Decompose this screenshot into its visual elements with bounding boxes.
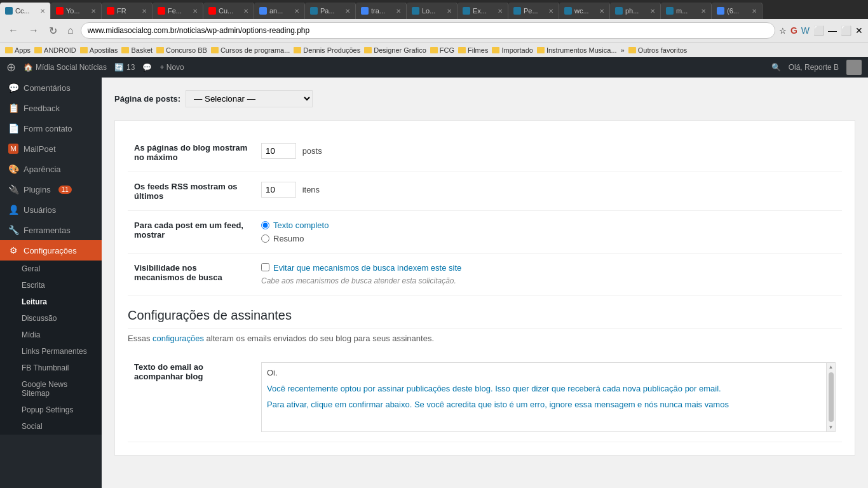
submenu-popup[interactable]: Popup Settings (0, 402, 102, 418)
tab-close[interactable]: ✕ (243, 8, 248, 15)
tab-close[interactable]: ✕ (142, 8, 147, 15)
maximize-btn[interactable]: ⬜ (841, 25, 851, 36)
sidebar-item-configuracoes[interactable]: ⚙ Configurações (0, 240, 102, 261)
bookmark-cursos[interactable]: Cursos de programa... (211, 46, 290, 54)
bookmark-bar: Apps ANDROID Apostilas Basket Concurso B… (0, 42, 868, 57)
active-tab[interactable]: Cc... ✕ (0, 3, 51, 19)
posts-max-input[interactable] (261, 143, 296, 159)
textarea-scrollbar[interactable]: ▲ ▼ (826, 363, 835, 431)
tab-6[interactable]: (6...✕ (712, 3, 763, 19)
bookmark-more[interactable]: » (621, 46, 625, 54)
visibility-checkbox-label[interactable]: Evitar que mecanismos de busca indexem e… (273, 263, 461, 273)
sidebar-item-mailpoet[interactable]: M MailPoet (0, 139, 102, 159)
sidebar-item-usuarios[interactable]: 👤 Usuários (0, 200, 102, 220)
bookmark-basket[interactable]: Basket (121, 46, 153, 54)
bookmark-outros[interactable]: Outros favoritos (628, 46, 688, 54)
sidebar-item-formcontato[interactable]: 📄 Form contato (0, 118, 102, 139)
topbar-new[interactable]: + Novo (159, 63, 184, 72)
tab-tra[interactable]: tra...✕ (356, 3, 407, 19)
tab-close[interactable]: ✕ (752, 8, 757, 15)
sidebar-item-plugins[interactable]: 🔌 Plugins 11 (0, 179, 102, 200)
topbar-comments[interactable]: 💬 (142, 63, 152, 72)
bookmark-importado[interactable]: Importado (492, 46, 533, 54)
bookmark-android[interactable]: ANDROID (34, 46, 76, 54)
radio-resumo[interactable]: Resumo (261, 234, 836, 243)
bookmark-instrumentos[interactable]: Instrumentos Musica... (537, 46, 617, 54)
minimize-btn[interactable]: — (828, 25, 837, 36)
bookmark-designer[interactable]: Designer Grafico (364, 46, 426, 54)
tab-wc[interactable]: wc...✕ (559, 3, 610, 19)
tab-close[interactable]: ✕ (650, 8, 655, 15)
tab-yo[interactable]: Yo...✕ (51, 3, 102, 19)
tab-pe[interactable]: Pe...✕ (508, 3, 559, 19)
submenu-midia[interactable]: Mídia (0, 327, 102, 343)
bookmark-apostilas[interactable]: Apostilas (80, 46, 118, 54)
topbar-greeting[interactable]: Olá, Reporte B (789, 63, 839, 72)
tab-close[interactable]: ✕ (701, 8, 706, 15)
tab-fe[interactable]: Fe...✕ (153, 3, 203, 19)
submenu-fb-thumbnail[interactable]: FB Thumbnail (0, 360, 102, 376)
page-de-posts-select[interactable]: — Selecionar — (186, 90, 313, 107)
submenu-escrita[interactable]: Escrita (0, 277, 102, 294)
topbar-home[interactable]: 🏠 Mídia Social Notícias (24, 63, 107, 72)
topbar-updates[interactable]: 🔄 13 (114, 63, 135, 72)
tab-m[interactable]: m...✕ (661, 3, 712, 19)
tab-ex[interactable]: Ex...✕ (458, 3, 508, 19)
tab-close-btn[interactable]: ✕ (40, 8, 45, 15)
rss-input[interactable] (261, 182, 296, 198)
sidebar-item-feedback[interactable]: 📋 Feedback (0, 98, 102, 118)
tab-lo[interactable]: Lo...✕ (407, 3, 458, 19)
bookmark-icon: ☆ (779, 26, 787, 36)
sidebar-item-comentarios[interactable]: 💬 Comentários (0, 78, 102, 98)
sidebar-item-ferramentas[interactable]: 🔧 Ferramentas (0, 220, 102, 240)
folder-icon (628, 47, 636, 53)
radio-texto-completo[interactable]: Texto completo (261, 220, 836, 230)
wp-logo[interactable]: ⊕ (6, 60, 16, 74)
home-button[interactable]: ⌂ (64, 24, 77, 37)
bookmark-filmes[interactable]: Filmes (458, 46, 488, 54)
tab-close[interactable]: ✕ (396, 8, 401, 15)
tab-close[interactable]: ✕ (294, 8, 299, 15)
tab-close[interactable]: ✕ (91, 8, 96, 15)
submenu-google-news[interactable]: Google News Sitemap (0, 376, 102, 402)
submenu-discussao[interactable]: Discussão (0, 310, 102, 327)
radio-texto-completo-input[interactable] (261, 221, 269, 229)
bookmark-fcg[interactable]: FCG (430, 46, 454, 54)
tab-close[interactable]: ✕ (193, 8, 198, 15)
tab-close[interactable]: ✕ (548, 8, 553, 15)
scrollbar-down-arrow[interactable]: ▼ (829, 424, 834, 430)
sidebar-label-formcontato: Form contato (24, 124, 72, 133)
close-btn[interactable]: ✕ (855, 25, 863, 36)
submenu-links[interactable]: Links Permanentes (0, 343, 102, 360)
submenu-geral[interactable]: Geral (0, 261, 102, 277)
tab-pa[interactable]: Pa...✕ (305, 3, 356, 19)
submenu-leitura[interactable]: Leitura (0, 294, 102, 310)
topbar-avatar[interactable] (846, 60, 862, 75)
tab-close[interactable]: ✕ (345, 8, 350, 15)
subscribers-section-title: Configurações de assinantes (128, 308, 842, 329)
forward-button[interactable]: → (25, 24, 42, 37)
tab-fr[interactable]: FR✕ (102, 3, 153, 19)
refresh-button[interactable]: ↻ (46, 24, 60, 38)
tab-ph[interactable]: ph...✕ (610, 3, 661, 19)
tab-an[interactable]: an...✕ (254, 3, 305, 19)
radio-resumo-input[interactable] (261, 234, 269, 243)
tab-close[interactable]: ✕ (599, 8, 604, 15)
scrollbar-up-arrow[interactable]: ▲ (829, 364, 834, 370)
bookmark-concurso[interactable]: Concurso BB (156, 46, 207, 54)
tab-close[interactable]: ✕ (498, 8, 503, 15)
url-bar[interactable] (81, 22, 775, 39)
tab-cu[interactable]: Cu...✕ (203, 3, 254, 19)
visibility-checkbox[interactable] (261, 263, 269, 271)
email-form-table: Texto do email ao acompanhar blog Oi. Vo… (128, 353, 842, 442)
topbar-search[interactable]: 🔍 (771, 63, 781, 72)
bookmark-dennis[interactable]: Dennis Produções (294, 46, 360, 54)
bookmark-apps[interactable]: Apps (5, 46, 31, 54)
back-button[interactable]: ← (5, 24, 22, 37)
sidebar-item-aparencia[interactable]: 🎨 Aparência (0, 159, 102, 179)
tab-close[interactable]: ✕ (447, 8, 452, 15)
subscribers-config-link[interactable]: configurações (153, 334, 204, 343)
submenu-social[interactable]: Social (0, 418, 102, 435)
visibility-checkbox-row: Evitar que mecanismos de busca indexem e… (261, 263, 836, 273)
wp-sidebar: 💬 Comentários 📋 Feedback 📄 Form contato … (0, 78, 102, 488)
